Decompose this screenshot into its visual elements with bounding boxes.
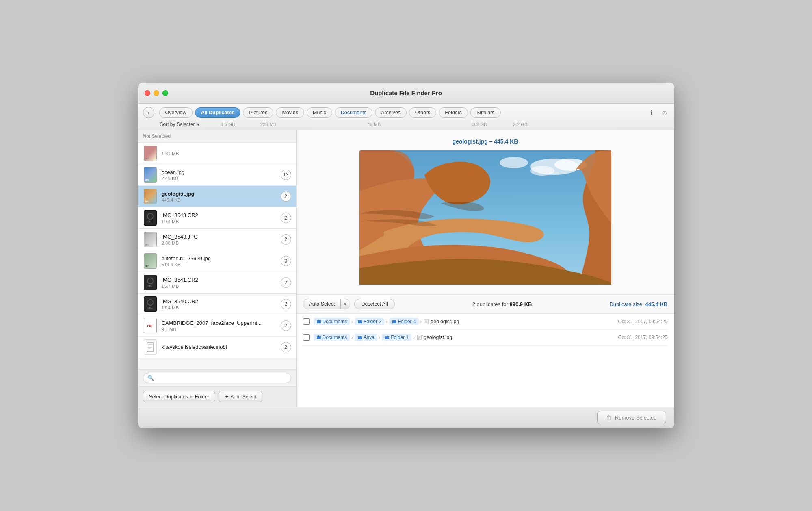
file-count: 2 — [281, 213, 291, 223]
list-item[interactable]: JPG elitefon.ru_23929.jpg 514.9 KB 3 — [138, 250, 296, 272]
file-name: ocean.jpg — [162, 169, 281, 175]
file-icon-jpg: JPG — [143, 146, 158, 161]
maximize-button[interactable] — [162, 90, 168, 96]
file-size: 17.4 MB — [162, 305, 281, 310]
file-icon-mobi — [143, 340, 158, 354]
list-item[interactable]: CR2 IMG_3543.CR2 19.4 MB 2 — [138, 207, 296, 229]
close-button[interactable] — [145, 90, 150, 96]
tab-size-documents: 45 MB — [354, 122, 394, 127]
file-count: 2 — [281, 342, 291, 352]
tab-pictures[interactable]: Pictures — [243, 107, 273, 118]
info-icon[interactable]: ℹ — [647, 108, 656, 117]
auto-select-button[interactable]: Auto Select — [303, 299, 341, 309]
search-input[interactable] — [156, 375, 287, 381]
main-content: Not Selected JPG 1.31 MB — [138, 130, 674, 407]
file-name: IMG_3541.CR2 — [162, 277, 281, 283]
list-item[interactable]: kitayskoe issledovanie.mobi 2 — [138, 337, 296, 358]
folder-chip: Folder 2 — [355, 318, 384, 325]
auto-select-dropdown[interactable]: ▾ — [340, 299, 350, 309]
auto-select-wrap: Auto Select ▾ — [303, 299, 351, 309]
file-info: IMG_3543.CR2 19.4 MB — [162, 212, 281, 224]
file-icon-ocean: JPG — [143, 167, 158, 182]
tab-size-archives — [394, 122, 427, 127]
list-item[interactable]: JPG ocean.jpg 22.5 KB 13 — [138, 164, 296, 186]
tab-music[interactable]: Music — [307, 107, 332, 118]
file-icon-elitefon: JPG — [143, 254, 158, 268]
select-duplicates-in-folder-button[interactable]: Select Duplicates in Folder — [143, 391, 216, 402]
file-icon-img3540: CR2 — [143, 297, 158, 311]
duplicate-size-label: Duplicate size: 445.4 KB — [609, 301, 667, 307]
folder-chip: Documents — [314, 318, 350, 325]
tab-size-pictures: 238 MB — [248, 122, 289, 127]
preview-title: geologist.jpg – 445.4 KB — [453, 138, 518, 145]
file-name: elitefon.ru_23929.jpg — [162, 255, 281, 261]
detail-bottom: Auto Select ▾ Deselect All 2 duplicates … — [297, 295, 674, 407]
minimize-button[interactable] — [154, 90, 159, 96]
tab-similars[interactable]: Similars — [470, 107, 500, 118]
dup-filename: geologist.jpg — [423, 319, 459, 324]
tab-all-duplicates[interactable]: All Duplicates — [195, 107, 241, 118]
file-list: JPG 1.31 MB JPG ocean.jpg — [138, 143, 296, 369]
file-count: 2 — [281, 320, 291, 331]
file-count: 2 — [281, 299, 291, 309]
back-button[interactable]: ‹ — [143, 107, 154, 118]
file-info: IMG_3541.CR2 16.7 MB — [162, 277, 281, 289]
tab-size-all: 3.5 GB — [208, 122, 248, 127]
tab-archives[interactable]: Archives — [375, 107, 407, 118]
tab-size-similars: 3.2 GB — [500, 122, 541, 127]
svg-point-8 — [530, 166, 554, 176]
window-title: Duplicate File Finder Pro — [370, 89, 442, 96]
list-item[interactable]: JPG 1.31 MB — [138, 143, 296, 164]
dup-checkbox-2[interactable] — [303, 334, 310, 341]
toolbar-icons: ℹ ◎ — [647, 108, 669, 117]
list-item[interactable]: JPG IMG_3543.JPG 2.68 MB 2 — [138, 229, 296, 250]
detail-panel: geologist.jpg – 445.4 KB — [297, 130, 674, 407]
toolbar-row2: Sort by Selected ▾ 3.5 GB 238 MB 45 MB 3… — [143, 121, 669, 130]
file-size: 1.31 MB — [162, 151, 291, 156]
rss-icon[interactable]: ◎ — [660, 108, 669, 117]
dup-checkbox-1[interactable] — [303, 318, 310, 325]
dup-row: Documents › Asya › Folder 1 — [303, 330, 668, 346]
tab-others[interactable]: Others — [409, 107, 437, 118]
file-size: 2.68 MB — [162, 241, 281, 246]
dup-path-2: Documents › Asya › Folder 1 — [314, 334, 614, 341]
duplicates-count: 2 duplicates for — [472, 301, 508, 307]
sort-selector[interactable]: Sort by Selected ▾ — [160, 122, 199, 127]
sidebar-header: Not Selected — [138, 130, 296, 143]
remove-selected-button[interactable]: 🗑 Remove Selected — [597, 411, 666, 424]
search-wrap: 🔍 — [143, 373, 291, 383]
list-item[interactable]: CR2 IMG_3541.CR2 16.7 MB 2 — [138, 272, 296, 294]
trash-icon: 🗑 — [606, 415, 612, 421]
file-name: IMG_3540.CR2 — [162, 298, 281, 304]
file-info: CAMBRIDGE_2007_face2face_UpperInt... 9.1… — [162, 320, 281, 332]
detail-stats: 2 duplicates for 890.9 KB — [399, 301, 606, 307]
toolbar: ‹ Overview All Duplicates Pictures Movie… — [138, 104, 674, 130]
file-info: IMG_3540.CR2 17.4 MB — [162, 298, 281, 310]
file-count: 2 — [281, 234, 291, 245]
file-icon-img3541: CR2 — [143, 275, 158, 290]
deselect-all-button[interactable]: Deselect All — [354, 299, 394, 309]
preview-image — [359, 150, 611, 286]
detail-toolbar: Auto Select ▾ Deselect All 2 duplicates … — [297, 295, 674, 314]
dup-date-2: Oct 31, 2017, 09:54:25 — [618, 335, 667, 340]
file-info: IMG_3543.JPG 2.68 MB — [162, 234, 281, 246]
remove-selected-label: Remove Selected — [615, 415, 657, 421]
titlebar: Duplicate File Finder Pro — [138, 83, 674, 104]
tab-documents[interactable]: Documents — [335, 107, 372, 118]
list-item-selected[interactable]: JPG geologist.jpg 445.4 KB 2 — [138, 186, 296, 207]
tab-movies[interactable]: Movies — [276, 107, 304, 118]
file-name: IMG_3543.JPG — [162, 234, 281, 240]
file-count: 3 — [281, 256, 291, 266]
folder-chip: Folder 4 — [389, 318, 419, 325]
dup-filename: geologist.jpg — [416, 335, 452, 340]
list-item[interactable]: CR2 IMG_3540.CR2 17.4 MB 2 — [138, 294, 296, 315]
file-count: 2 — [281, 191, 291, 202]
dup-path-1: Documents › Folder 2 › Folder 4 — [314, 318, 614, 325]
tab-overview[interactable]: Overview — [159, 107, 193, 118]
auto-select-button[interactable]: ✦ Auto Select — [219, 391, 262, 402]
file-info: elitefon.ru_23929.jpg 514.9 KB — [162, 255, 281, 267]
preview-area: geologist.jpg – 445.4 KB — [297, 130, 674, 295]
tab-folders[interactable]: Folders — [439, 107, 468, 118]
file-size: 16.7 MB — [162, 284, 281, 289]
list-item[interactable]: PDF CAMBRIDGE_2007_face2face_UpperInt...… — [138, 315, 296, 337]
